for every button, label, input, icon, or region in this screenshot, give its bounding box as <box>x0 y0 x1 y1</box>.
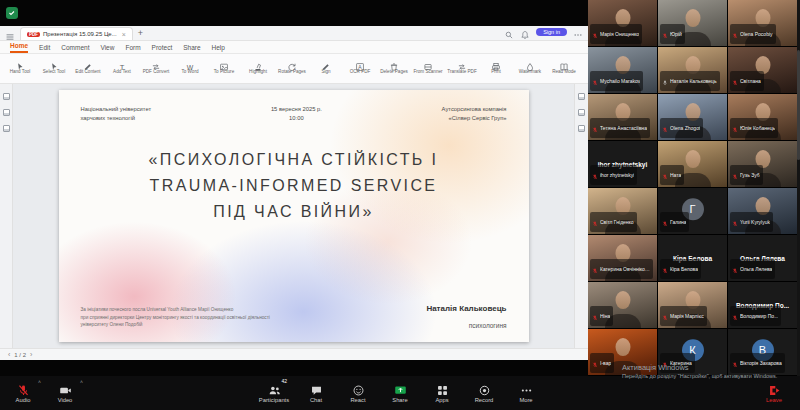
search-icon[interactable] <box>504 26 514 36</box>
comments-panel-icon[interactable] <box>578 93 585 100</box>
mic-muted-icon <box>592 213 598 231</box>
leave-button[interactable]: Leave <box>754 376 794 410</box>
react-button[interactable]: React <box>338 376 378 410</box>
app-menu-icon[interactable] <box>5 28 15 38</box>
watermark-tool[interactable]: Watermark <box>513 58 547 80</box>
ribbon-tab-protect[interactable]: Protect <box>152 44 173 53</box>
edit-content-tool[interactable]: Edit Content <box>71 58 105 80</box>
ribbon-tab-help[interactable]: Help <box>212 44 225 53</box>
more-button[interactable]: More <box>506 376 546 410</box>
record-button[interactable]: Record <box>464 376 504 410</box>
participant-tile[interactable]: Mychailo Marakov <box>588 47 657 93</box>
participant-tile[interactable]: Yurii Kyrylyuk <box>728 188 797 234</box>
tool-label: Rotate Pages <box>276 69 309 80</box>
to-word-tool[interactable]: WTo Word <box>173 58 207 80</box>
notifications-bell-icon[interactable] <box>520 26 530 36</box>
thumbnails-panel-icon[interactable] <box>3 109 10 116</box>
pencil-icon <box>83 58 93 68</box>
translate-pdf-tool[interactable]: Translate PDF <box>445 58 479 80</box>
audio-icon <box>17 383 30 396</box>
ribbon-tab-form[interactable]: Form <box>125 44 140 53</box>
pdf-convert-tool[interactable]: PDF Convert <box>139 58 173 80</box>
participant-tile[interactable]: Марія Марлієс <box>658 282 727 328</box>
tool-label: Highlight <box>242 69 275 80</box>
participant-tile[interactable]: Катерина Овчіннікова <box>588 235 657 281</box>
participant-name: Володимир По... <box>740 313 778 319</box>
participant-tile[interactable]: ihor zhytnetskyiihor zhytnetskyi <box>588 141 657 187</box>
previous-page-icon[interactable]: ‹ <box>8 351 10 358</box>
participant-nametag: Ната <box>660 165 684 185</box>
add-text-tool[interactable]: TAdd Text <box>105 58 139 80</box>
participant-nametag: Наталія Кальковець <box>660 71 720 91</box>
from-scanner-tool[interactable]: From Scanner <box>411 58 445 80</box>
hand-tool-tool[interactable]: Hand Tool <box>3 58 37 80</box>
ribbon-tab-comment[interactable]: Comment <box>61 44 89 53</box>
participant-tile[interactable]: Марія Онищенко <box>588 0 657 46</box>
rotate-pages-tool[interactable]: Rotate Pages <box>275 58 309 80</box>
participant-tile[interactable]: Володимир По...Володимир По... <box>728 282 797 328</box>
participant-nametag: Катерина Овчіннікова <box>590 259 653 279</box>
audio-options-chevron-icon[interactable]: ˄ <box>38 379 41 385</box>
next-page-icon[interactable]: › <box>30 351 32 358</box>
rotate-icon <box>287 58 297 68</box>
attachments-panel-icon[interactable] <box>3 125 10 132</box>
speaker-role: психологиня <box>426 322 506 329</box>
share-button[interactable]: Share <box>380 376 420 410</box>
ribbon-tab-home[interactable]: Home <box>10 42 28 53</box>
mic-muted-icon <box>592 25 598 43</box>
mic-muted-icon <box>732 72 738 90</box>
sign-tool[interactable]: Sign <box>309 58 343 80</box>
participant-tile[interactable]: Гузь Зуб <box>728 141 797 187</box>
ribbon-tab-edit[interactable]: Edit <box>39 44 50 53</box>
tool-label: Watermark <box>514 69 547 80</box>
participant-tile[interactable]: Ната <box>658 141 727 187</box>
ribbon-tab-share[interactable]: Share <box>183 44 200 53</box>
more-icon <box>520 383 533 396</box>
participant-name: І-вар <box>600 360 611 366</box>
ocr-pdf-tool[interactable]: AOCR PDF <box>343 58 377 80</box>
participant-tile[interactable]: Olena Zhogot <box>658 94 727 140</box>
fields-panel-icon[interactable] <box>578 125 585 132</box>
participant-tile[interactable]: Ольга ЛялеваОльга Лялева <box>728 235 797 281</box>
apps-button[interactable]: Apps <box>422 376 462 410</box>
new-tab-button[interactable]: + <box>138 29 143 38</box>
participants-button[interactable]: Participants42 <box>254 376 294 410</box>
video-button[interactable]: Video˄ <box>45 376 85 410</box>
apps-icon <box>436 383 449 396</box>
participant-tile[interactable]: Тетяна Анастасіївна <box>588 94 657 140</box>
participant-tile[interactable]: Юлія Кобанець <box>728 94 797 140</box>
participant-tile[interactable]: Світлана <box>728 47 797 93</box>
mic-muted-icon <box>732 307 738 325</box>
participant-nametag: Гузь Зуб <box>730 165 763 185</box>
more-options-icon[interactable] <box>573 26 583 36</box>
sign-in-button[interactable]: Sign in <box>536 28 567 36</box>
print-tool[interactable]: Print <box>479 58 513 80</box>
select-tool-tool[interactable]: Select Tool <box>37 58 71 80</box>
video-options-chevron-icon[interactable]: ˄ <box>80 379 83 385</box>
participant-tile[interactable]: ГГалина <box>658 188 727 234</box>
chat-button[interactable]: Chat <box>296 376 336 410</box>
participant-tile[interactable]: Ніна <box>588 282 657 328</box>
box-icon: A <box>355 58 365 68</box>
audio-label: Audio <box>16 397 31 403</box>
participant-tile[interactable]: Olena Pocobiy <box>728 0 797 46</box>
mic-muted-icon <box>592 119 598 137</box>
read-mode-tool[interactable]: Read Mode <box>547 58 581 80</box>
more-label: More <box>519 397 532 403</box>
participant-name: Ольга Лялева <box>740 266 772 272</box>
participant-tile[interactable]: Світл Гніденко <box>588 188 657 234</box>
audio-button[interactable]: Audio˄ <box>3 376 43 410</box>
delete-pages-tool[interactable]: Delete Pages <box>377 58 411 80</box>
bookmarks-panel-icon[interactable] <box>3 93 10 100</box>
ribbon-tab-view[interactable]: View <box>100 44 114 53</box>
meeting-security-shield-icon[interactable] <box>6 7 18 19</box>
mic-muted-icon <box>732 119 738 137</box>
participant-tile[interactable]: Кіра БеловаКіра Белова <box>658 235 727 281</box>
edit-panel-icon[interactable] <box>578 109 585 116</box>
close-tab-icon[interactable]: × <box>122 31 126 38</box>
highlight-tool[interactable]: Highlight <box>241 58 275 80</box>
to-picture-tool[interactable]: To Picture <box>207 58 241 80</box>
participant-tile[interactable]: Юрій <box>658 0 727 46</box>
document-tab[interactable]: PDF Презентація 15.09.25 Це... × <box>20 27 133 40</box>
participant-tile[interactable]: Наталія Кальковець <box>658 47 727 93</box>
